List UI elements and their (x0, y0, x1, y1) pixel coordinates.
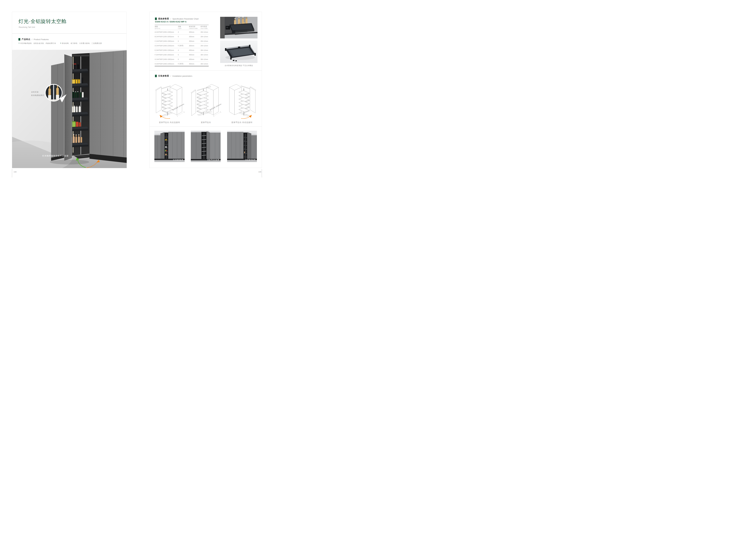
cell-size: G:344*505*(1650-1950)mm (155, 58, 178, 60)
col-header-inner-width: 柜内宽度 Inner width (201, 25, 209, 30)
install-diagram-rotate-right (225, 80, 259, 119)
result-photo-rotate-right: 向右旋转效果 (227, 131, 257, 162)
cell-cabinet-width: 300mm (189, 40, 201, 42)
spec-table-row: A:244*505*(1050-1350)mm 4 300mm 264 ±2mm (155, 30, 209, 35)
features-heading: 产品特点 / Product Features (18, 38, 49, 41)
install-heading-en: Installation parameters (173, 75, 192, 77)
spec-photo-basket-in-cabinet (220, 17, 258, 38)
section-marker-icon (155, 75, 157, 77)
cell-size: H:344*505*(1950-2200)mm (155, 63, 178, 65)
feature-item: 联动结构、省力静音、大容量大收纳、二边氛围光源 (60, 42, 102, 45)
install-heading: 安装参数图 / Installation parameters (155, 75, 192, 77)
spec-table-row: F:344*505*(1350-1650)mm 5 400mm 364 ±2mm (155, 52, 209, 57)
footer-rule-right (262, 169, 262, 178)
spec-table-body: A:244*505*(1050-1350)mm 4 300mm 264 ±2mm… (155, 30, 209, 66)
diagram-caption-left: 篮体平拉出 向左边旋转 (159, 121, 180, 124)
result-photo-rotate-left: 向左旋转效果 (154, 131, 185, 162)
cell-cabinet-width: 400mm (189, 63, 201, 65)
result-photo3-illustration (227, 131, 257, 162)
cell-cabinet-width: 300mm (189, 31, 201, 33)
feature-list: 内含8轴承旋转、全铝合金支架、内嵌硅胶灯条 联动结构、省力静音、大容量大收纳、二… (19, 42, 102, 45)
spec-table-row: B:244*505*(1350-1650)mm 5 300mm 264 ±2mm (155, 35, 209, 39)
result-photo-caption: 篮体平拉出效果 (207, 159, 220, 161)
model-number: GS05-01XZ·A / GS05-01XZ-WP·A (155, 20, 187, 23)
cell-size: E:344*505*(1050-1350)mm (155, 49, 178, 51)
cell-inner-width: 364 ±2mm (201, 58, 209, 60)
catalog-spread: 灯光·全铝旋转太空舱 Revolving Tall Unit 产品特点 / Pr… (0, 0, 274, 179)
features-heading-en: Product Features (34, 38, 49, 41)
result-photo-caption: 向右旋转效果 (245, 159, 256, 161)
cell-cabinet-width: 300mm (189, 45, 201, 47)
cell-cabinet-width: 300mm (189, 36, 201, 38)
cell-layer: 6 (178, 40, 189, 42)
cell-cabinet-width: 400mm (189, 58, 201, 60)
spec-table-row: G:344*505*(1650-1950)mm 6 400mm 364 ±2mm (155, 57, 209, 62)
spec-table-row: E:344*505*(1050-1350)mm 4 400mm 364 ±2mm (155, 48, 209, 53)
spec-photo-caption: 全内部棒卯结构玻璃篮·不见任何螺丝 (220, 64, 258, 67)
col-header-size: 规格 (W*D*H) (155, 25, 178, 30)
hero-bottom-label: 灯光轴承旋转全铝平开拉篮 (42, 154, 69, 157)
result-photo-caption: 向左旋转效果 (173, 159, 183, 161)
cell-inner-width: 364 ±2mm (201, 63, 209, 65)
spec-table-header: 规格 (W*D*H) 层数 Layer 柜体宽度 Cabinet width 柜… (155, 25, 209, 30)
spec-photo2-illustration (220, 41, 258, 63)
right-page: 规格参数图 / Specification Parameter Chart GS… (149, 12, 262, 168)
cell-inner-width: 264 ±2mm (201, 36, 209, 38)
section-marker-icon (155, 17, 157, 20)
cell-inner-width: 364 ±2mm (201, 49, 209, 51)
spec-table: 规格 (W*D*H) 层数 Layer 柜体宽度 Cabinet width 柜… (155, 25, 209, 66)
install-diagram-pull-out (189, 80, 223, 119)
heading-separator: / (32, 38, 32, 41)
install-heading-zh: 安装参数图 (158, 75, 169, 77)
result-photo-pull-out: 篮体平拉出效果 (191, 131, 221, 162)
heading-separator: / (171, 75, 171, 77)
heading-separator: / (171, 18, 171, 20)
page-title: 灯光·全铝旋转太空舱 (18, 18, 67, 25)
cell-cabinet-width: 400mm (189, 54, 201, 56)
features-heading-zh: 产品特点 (22, 38, 30, 41)
result-photo2-illustration (191, 131, 221, 162)
cell-size: F:344*505*(1350-1650)mm (155, 54, 178, 56)
cell-size: A:244*505*(1050-1350)mm (155, 31, 178, 33)
page-subtitle: Revolving Tall Unit (19, 26, 35, 28)
page-number-right: 144 (257, 171, 261, 173)
cell-layer: 4 (178, 31, 189, 33)
hero-product-image: 全铝支架 前后氛围硅胶灯 灯光轴承旋转全铝平开拉篮 (12, 50, 127, 168)
spec-photo-glass-basket (220, 41, 258, 63)
footer-rule-left (12, 169, 12, 178)
cell-layer: 4 (178, 49, 189, 51)
cell-layer: 5 (178, 36, 189, 38)
section-divider (149, 70, 262, 71)
diagram-caption-right: 篮体平拉出 向右边旋转 (231, 121, 252, 124)
cell-layer: 6 (加高) (178, 45, 189, 47)
page-number-left: 143 (14, 171, 16, 173)
cell-layer: 6 (178, 58, 189, 60)
cell-inner-width: 264 ±2mm (201, 31, 209, 33)
left-page: 灯光·全铝旋转太空舱 Revolving Tall Unit 产品特点 / Pr… (12, 12, 127, 168)
cell-inner-width: 264 ±2mm (201, 45, 209, 47)
spec-table-row: C:244*505*(1650-1950)mm 6 300mm 264 ±2mm (155, 39, 209, 44)
spec-table-row: H:344*505*(1950-2200)mm 6 (加高) 400mm 364… (155, 62, 209, 66)
result-photo1-illustration (154, 131, 185, 162)
callout-line1: 全铝支架 (31, 90, 45, 94)
cell-layer: 6 (加高) (178, 63, 189, 65)
install-diagram-rotate-left (152, 80, 187, 119)
spec-photo1-illustration (220, 17, 258, 38)
spec-heading-zh: 规格参数图 (158, 17, 169, 20)
diagram-middle-illustration (189, 80, 223, 119)
hero-callout-label: 全铝支架 前后氛围硅胶灯 (31, 90, 45, 97)
diagram-right-illustration (225, 80, 259, 119)
callout-line2: 前后氛围硅胶灯 (31, 94, 45, 97)
section-marker-icon (18, 38, 20, 41)
col-header-cabinet-width: 柜体宽度 Cabinet width (189, 25, 201, 30)
feature-item: 内含8轴承旋转、全铝合金支架、内嵌硅胶灯条 (19, 42, 56, 45)
cell-inner-width: 264 ±2mm (201, 40, 209, 42)
hero-scene-illustration (12, 50, 127, 168)
spec-table-row: D:244*505*(1950-2200)mm 6 (加高) 300mm 264… (155, 44, 209, 48)
title-divider (12, 33, 126, 34)
cell-size: C:244*505*(1650-1950)mm (155, 40, 178, 42)
cell-inner-width: 364 ±2mm (201, 54, 209, 56)
cell-layer: 5 (178, 54, 189, 56)
cell-size: B:244*505*(1350-1650)mm (155, 36, 178, 38)
cell-size: D:244*505*(1950-2200)mm (155, 45, 178, 47)
